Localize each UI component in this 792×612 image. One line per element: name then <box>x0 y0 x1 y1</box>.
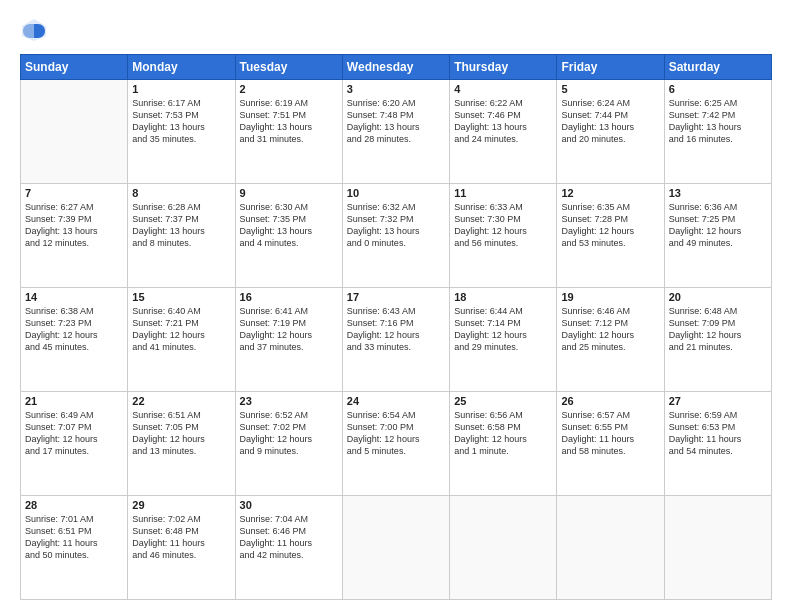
calendar-cell: 30Sunrise: 7:04 AM Sunset: 6:46 PM Dayli… <box>235 496 342 600</box>
cell-info: Sunrise: 7:02 AM Sunset: 6:48 PM Dayligh… <box>132 513 230 562</box>
calendar-cell: 10Sunrise: 6:32 AM Sunset: 7:32 PM Dayli… <box>342 184 449 288</box>
cell-info: Sunrise: 6:17 AM Sunset: 7:53 PM Dayligh… <box>132 97 230 146</box>
day-number: 28 <box>25 499 123 511</box>
cell-info: Sunrise: 6:32 AM Sunset: 7:32 PM Dayligh… <box>347 201 445 250</box>
calendar-cell: 22Sunrise: 6:51 AM Sunset: 7:05 PM Dayli… <box>128 392 235 496</box>
week-row-3: 14Sunrise: 6:38 AM Sunset: 7:23 PM Dayli… <box>21 288 772 392</box>
calendar-cell <box>450 496 557 600</box>
calendar-cell: 28Sunrise: 7:01 AM Sunset: 6:51 PM Dayli… <box>21 496 128 600</box>
day-number: 3 <box>347 83 445 95</box>
day-number: 18 <box>454 291 552 303</box>
cell-info: Sunrise: 7:01 AM Sunset: 6:51 PM Dayligh… <box>25 513 123 562</box>
week-row-2: 7Sunrise: 6:27 AM Sunset: 7:39 PM Daylig… <box>21 184 772 288</box>
calendar-cell: 27Sunrise: 6:59 AM Sunset: 6:53 PM Dayli… <box>664 392 771 496</box>
col-header-sunday: Sunday <box>21 55 128 80</box>
cell-info: Sunrise: 6:38 AM Sunset: 7:23 PM Dayligh… <box>25 305 123 354</box>
cell-info: Sunrise: 6:40 AM Sunset: 7:21 PM Dayligh… <box>132 305 230 354</box>
day-number: 14 <box>25 291 123 303</box>
cell-info: Sunrise: 6:44 AM Sunset: 7:14 PM Dayligh… <box>454 305 552 354</box>
calendar-cell: 14Sunrise: 6:38 AM Sunset: 7:23 PM Dayli… <box>21 288 128 392</box>
day-number: 17 <box>347 291 445 303</box>
logo-icon <box>20 16 48 44</box>
cell-info: Sunrise: 6:54 AM Sunset: 7:00 PM Dayligh… <box>347 409 445 458</box>
calendar-cell <box>21 80 128 184</box>
cell-info: Sunrise: 6:52 AM Sunset: 7:02 PM Dayligh… <box>240 409 338 458</box>
day-number: 16 <box>240 291 338 303</box>
calendar-cell: 17Sunrise: 6:43 AM Sunset: 7:16 PM Dayli… <box>342 288 449 392</box>
cell-info: Sunrise: 6:25 AM Sunset: 7:42 PM Dayligh… <box>669 97 767 146</box>
day-number: 19 <box>561 291 659 303</box>
col-header-tuesday: Tuesday <box>235 55 342 80</box>
cell-info: Sunrise: 6:41 AM Sunset: 7:19 PM Dayligh… <box>240 305 338 354</box>
cell-info: Sunrise: 6:59 AM Sunset: 6:53 PM Dayligh… <box>669 409 767 458</box>
calendar-cell: 7Sunrise: 6:27 AM Sunset: 7:39 PM Daylig… <box>21 184 128 288</box>
cell-info: Sunrise: 6:46 AM Sunset: 7:12 PM Dayligh… <box>561 305 659 354</box>
calendar-cell: 24Sunrise: 6:54 AM Sunset: 7:00 PM Dayli… <box>342 392 449 496</box>
day-number: 15 <box>132 291 230 303</box>
day-number: 25 <box>454 395 552 407</box>
calendar-cell: 3Sunrise: 6:20 AM Sunset: 7:48 PM Daylig… <box>342 80 449 184</box>
calendar-cell: 16Sunrise: 6:41 AM Sunset: 7:19 PM Dayli… <box>235 288 342 392</box>
day-number: 5 <box>561 83 659 95</box>
day-number: 8 <box>132 187 230 199</box>
day-number: 29 <box>132 499 230 511</box>
day-number: 9 <box>240 187 338 199</box>
day-number: 12 <box>561 187 659 199</box>
week-row-5: 28Sunrise: 7:01 AM Sunset: 6:51 PM Dayli… <box>21 496 772 600</box>
calendar-cell: 18Sunrise: 6:44 AM Sunset: 7:14 PM Dayli… <box>450 288 557 392</box>
day-number: 7 <box>25 187 123 199</box>
page: SundayMondayTuesdayWednesdayThursdayFrid… <box>0 0 792 612</box>
cell-info: Sunrise: 6:48 AM Sunset: 7:09 PM Dayligh… <box>669 305 767 354</box>
day-number: 2 <box>240 83 338 95</box>
calendar-cell: 26Sunrise: 6:57 AM Sunset: 6:55 PM Dayli… <box>557 392 664 496</box>
day-number: 27 <box>669 395 767 407</box>
day-number: 20 <box>669 291 767 303</box>
day-number: 11 <box>454 187 552 199</box>
calendar-cell: 15Sunrise: 6:40 AM Sunset: 7:21 PM Dayli… <box>128 288 235 392</box>
calendar-cell: 4Sunrise: 6:22 AM Sunset: 7:46 PM Daylig… <box>450 80 557 184</box>
cell-info: Sunrise: 6:27 AM Sunset: 7:39 PM Dayligh… <box>25 201 123 250</box>
calendar-cell <box>557 496 664 600</box>
day-number: 26 <box>561 395 659 407</box>
calendar-cell: 9Sunrise: 6:30 AM Sunset: 7:35 PM Daylig… <box>235 184 342 288</box>
day-number: 4 <box>454 83 552 95</box>
cell-info: Sunrise: 6:20 AM Sunset: 7:48 PM Dayligh… <box>347 97 445 146</box>
col-header-monday: Monday <box>128 55 235 80</box>
calendar-cell: 5Sunrise: 6:24 AM Sunset: 7:44 PM Daylig… <box>557 80 664 184</box>
day-number: 1 <box>132 83 230 95</box>
day-number: 23 <box>240 395 338 407</box>
calendar-cell: 25Sunrise: 6:56 AM Sunset: 6:58 PM Dayli… <box>450 392 557 496</box>
cell-info: Sunrise: 6:35 AM Sunset: 7:28 PM Dayligh… <box>561 201 659 250</box>
cell-info: Sunrise: 6:43 AM Sunset: 7:16 PM Dayligh… <box>347 305 445 354</box>
col-header-thursday: Thursday <box>450 55 557 80</box>
day-number: 22 <box>132 395 230 407</box>
cell-info: Sunrise: 6:51 AM Sunset: 7:05 PM Dayligh… <box>132 409 230 458</box>
calendar-cell: 13Sunrise: 6:36 AM Sunset: 7:25 PM Dayli… <box>664 184 771 288</box>
calendar-cell <box>342 496 449 600</box>
day-number: 10 <box>347 187 445 199</box>
calendar-cell: 2Sunrise: 6:19 AM Sunset: 7:51 PM Daylig… <box>235 80 342 184</box>
calendar-cell: 11Sunrise: 6:33 AM Sunset: 7:30 PM Dayli… <box>450 184 557 288</box>
calendar-cell: 1Sunrise: 6:17 AM Sunset: 7:53 PM Daylig… <box>128 80 235 184</box>
week-row-1: 1Sunrise: 6:17 AM Sunset: 7:53 PM Daylig… <box>21 80 772 184</box>
cell-info: Sunrise: 6:28 AM Sunset: 7:37 PM Dayligh… <box>132 201 230 250</box>
day-number: 24 <box>347 395 445 407</box>
calendar-cell: 12Sunrise: 6:35 AM Sunset: 7:28 PM Dayli… <box>557 184 664 288</box>
calendar-table: SundayMondayTuesdayWednesdayThursdayFrid… <box>20 54 772 600</box>
calendar-cell: 23Sunrise: 6:52 AM Sunset: 7:02 PM Dayli… <box>235 392 342 496</box>
week-row-4: 21Sunrise: 6:49 AM Sunset: 7:07 PM Dayli… <box>21 392 772 496</box>
day-number: 13 <box>669 187 767 199</box>
calendar-cell: 21Sunrise: 6:49 AM Sunset: 7:07 PM Dayli… <box>21 392 128 496</box>
day-number: 6 <box>669 83 767 95</box>
cell-info: Sunrise: 6:19 AM Sunset: 7:51 PM Dayligh… <box>240 97 338 146</box>
day-number: 21 <box>25 395 123 407</box>
calendar-cell: 29Sunrise: 7:02 AM Sunset: 6:48 PM Dayli… <box>128 496 235 600</box>
calendar-cell <box>664 496 771 600</box>
cell-info: Sunrise: 6:30 AM Sunset: 7:35 PM Dayligh… <box>240 201 338 250</box>
col-header-wednesday: Wednesday <box>342 55 449 80</box>
day-number: 30 <box>240 499 338 511</box>
cell-info: Sunrise: 6:36 AM Sunset: 7:25 PM Dayligh… <box>669 201 767 250</box>
calendar-cell: 20Sunrise: 6:48 AM Sunset: 7:09 PM Dayli… <box>664 288 771 392</box>
col-header-friday: Friday <box>557 55 664 80</box>
cell-info: Sunrise: 7:04 AM Sunset: 6:46 PM Dayligh… <box>240 513 338 562</box>
